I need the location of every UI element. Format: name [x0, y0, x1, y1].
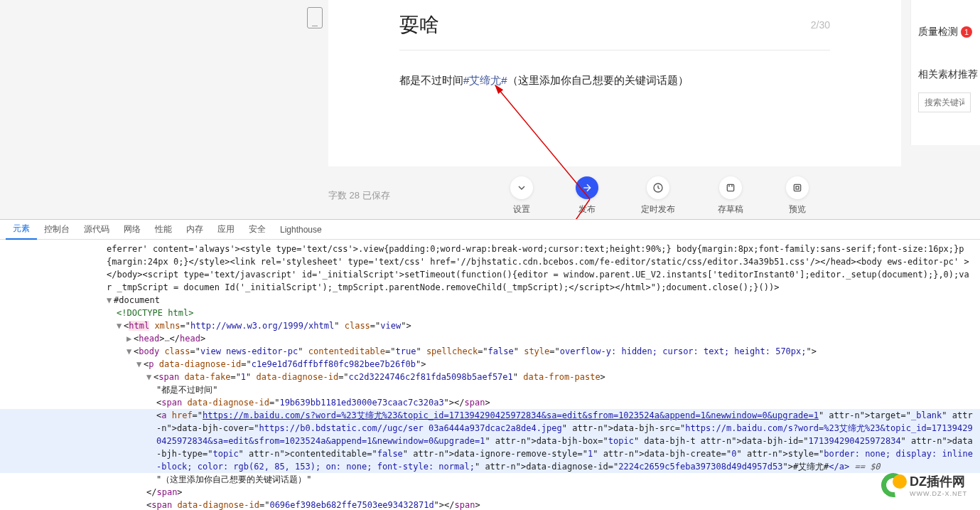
- editor-footer: 字数 28 已保存 设置 发布 定时发布 存草稿 预览: [328, 175, 901, 216]
- mobile-preview-icon[interactable]: [307, 7, 323, 28]
- chevron-down-icon: [510, 176, 533, 199]
- devtools-tabs: 元素控制台源代码网络性能内存应用安全Lighthouse: [0, 220, 980, 240]
- title-char-count: 2/30: [811, 19, 830, 31]
- svg-rect-2: [727, 184, 733, 191]
- svg-rect-6: [796, 186, 799, 189]
- quality-badge: 1: [961, 26, 972, 38]
- devtools-tab-4[interactable]: 性能: [148, 220, 179, 240]
- right-sidebar: 质量检测 1 相关素材推荐 ?: [910, 0, 980, 145]
- hashtag-link[interactable]: #艾缔尤#: [463, 74, 507, 86]
- watermark-logo-icon: [881, 473, 905, 497]
- arrow-right-icon: [576, 176, 598, 199]
- body-text-prefix: 都是不过时间: [399, 74, 463, 86]
- watermark-sub: WWW.DZ-X.NET: [910, 490, 967, 497]
- devtools-tab-6[interactable]: 应用: [210, 220, 242, 240]
- devtools-tab-1[interactable]: 控制台: [37, 220, 77, 240]
- preview-icon: [786, 176, 809, 199]
- publish-button[interactable]: 发布: [576, 176, 598, 216]
- devtools-tab-0[interactable]: 元素: [6, 220, 37, 240]
- body-hint: （这里添加你自己想要的关键词话题）: [507, 74, 689, 86]
- devtools-elements-tree[interactable]: eferrer' content='always'><style type='t…: [0, 240, 980, 510]
- quality-check-label: 质量检测: [918, 26, 958, 38]
- preview-button[interactable]: 预览: [786, 176, 809, 216]
- devtools-tab-5[interactable]: 内存: [179, 220, 210, 240]
- devtools-tab-7[interactable]: 安全: [242, 220, 273, 240]
- schedule-button[interactable]: 定时发布: [641, 176, 675, 216]
- keyword-search-input[interactable]: [918, 92, 971, 112]
- article-body[interactable]: 都是不过时间#艾缔尤#（这里添加你自己想要的关键词话题）: [399, 72, 830, 89]
- related-material-row[interactable]: 相关素材推荐 ?: [911, 64, 980, 85]
- word-count-label: 字数 28 已保存: [328, 189, 390, 202]
- save-draft-button[interactable]: 存草稿: [718, 176, 743, 216]
- devtools-panel: 元素控制台源代码网络性能内存应用安全Lighthouse eferrer' co…: [0, 219, 980, 510]
- editor-card: 耍啥 2/30 都是不过时间#艾缔尤#（这里添加你自己想要的关键词话题）: [328, 0, 901, 166]
- devtools-tab-2[interactable]: 源代码: [77, 220, 117, 240]
- svg-rect-5: [794, 184, 800, 191]
- devtools-tab-8[interactable]: Lighthouse: [273, 220, 329, 240]
- save-icon: [719, 176, 742, 199]
- related-material-label: 相关素材推荐: [918, 68, 978, 81]
- article-title[interactable]: 耍啥: [399, 11, 439, 38]
- clock-icon: [647, 176, 669, 199]
- quality-check-row[interactable]: 质量检测 1: [911, 21, 980, 43]
- devtools-tab-3[interactable]: 网络: [117, 220, 148, 240]
- watermark-text: DZ插件网: [910, 474, 965, 489]
- watermark: DZ插件网 WWW.DZ-X.NET: [881, 473, 967, 497]
- settings-button[interactable]: 设置: [510, 176, 533, 216]
